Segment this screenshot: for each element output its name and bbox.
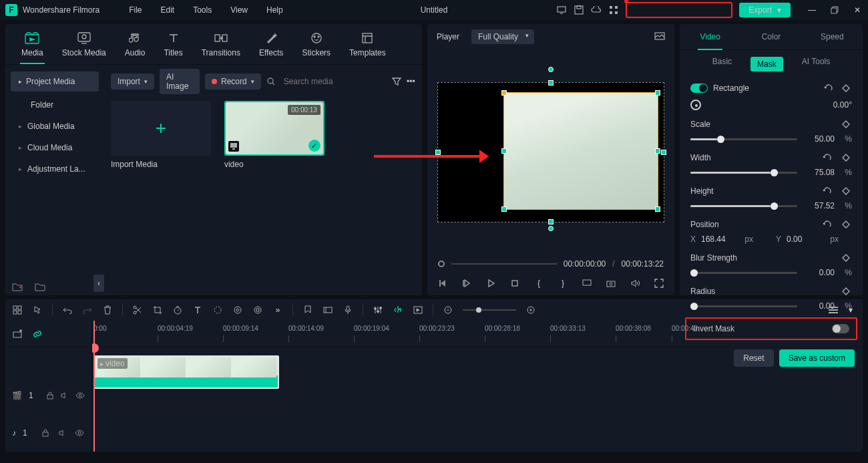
snapshot-icon[interactable] — [654, 31, 665, 42]
sidebar-adjustment-layer[interactable]: ▸Adjustment La... — [5, 158, 104, 180]
scale-slider[interactable] — [690, 138, 797, 140]
new-folder-icon[interactable] — [12, 281, 23, 292]
pointer-icon[interactable] — [32, 305, 43, 315]
mask-region[interactable] — [503, 92, 658, 210]
video-clip[interactable]: ▸ video — [93, 355, 279, 389]
cloud-icon[interactable] — [591, 5, 602, 15]
resize-handle[interactable] — [501, 206, 507, 212]
reset-icon[interactable] — [821, 152, 833, 164]
playhead-handle[interactable] — [438, 261, 445, 267]
text-icon[interactable] — [192, 305, 203, 315]
redo-icon[interactable] — [82, 305, 93, 315]
volume-icon[interactable] — [630, 278, 640, 289]
mute-icon[interactable] — [57, 428, 67, 438]
timeline-ruler[interactable]: 0:00 00:00:04:19 00:00:09:14 00:00:14:09… — [92, 321, 863, 347]
filter-icon[interactable] — [392, 76, 401, 87]
menu-view[interactable]: View — [221, 5, 257, 15]
track-icon[interactable] — [322, 305, 333, 315]
marker-icon[interactable] — [302, 305, 313, 315]
keyframe-icon[interactable] — [840, 185, 852, 197]
undo-icon[interactable] — [62, 305, 73, 315]
bottom-handle[interactable] — [548, 226, 554, 231]
settings-icon[interactable]: ▾ — [845, 305, 856, 315]
tab-titles[interactable]: Titles — [154, 28, 192, 60]
menu-help[interactable]: Help — [257, 5, 292, 15]
search-input[interactable] — [281, 74, 387, 89]
zoom-out-icon[interactable] — [443, 305, 453, 315]
tab-speed[interactable]: Speed — [802, 24, 863, 49]
list-view-icon[interactable] — [828, 305, 839, 315]
prev-frame-icon[interactable] — [437, 278, 448, 289]
tab-stock-media[interactable]: Stock Media — [53, 28, 116, 60]
tab-stickers[interactable]: Stickers — [292, 28, 340, 60]
quality-select[interactable]: Full Quality — [471, 29, 534, 44]
height-slider[interactable] — [690, 205, 797, 207]
keyframe-icon[interactable] — [840, 152, 852, 164]
crop-icon[interactable] — [152, 305, 163, 315]
eye-icon[interactable] — [75, 428, 85, 438]
delete-icon[interactable] — [102, 305, 113, 315]
mixer-icon[interactable] — [373, 305, 383, 315]
reset-icon[interactable] — [821, 185, 833, 197]
resize-handle[interactable] — [501, 148, 507, 154]
tab-audio[interactable]: Audio — [116, 28, 155, 60]
tab-video[interactable]: Video — [680, 24, 740, 49]
mark-out-icon[interactable]: } — [558, 278, 568, 289]
stop-icon[interactable] — [509, 278, 520, 289]
width-value[interactable]: 75.08 — [804, 168, 835, 177]
link-icon[interactable] — [32, 329, 43, 339]
grid-icon[interactable] — [608, 5, 619, 15]
folder-icon[interactable] — [35, 281, 45, 292]
lock-icon[interactable] — [47, 390, 54, 401]
fullscreen-icon[interactable] — [654, 278, 664, 289]
menu-tools[interactable]: Tools — [184, 5, 221, 15]
keyframe-icon[interactable] — [840, 218, 852, 230]
video-clip-card[interactable]: 00:00:13 ✓ video — [224, 101, 324, 169]
timeline-tracks[interactable]: 0:00 00:00:04:19 00:00:09:14 00:00:14:09… — [92, 321, 863, 452]
import-button[interactable]: Import▾ — [111, 73, 154, 90]
speed-tool-icon[interactable] — [172, 305, 183, 315]
playhead[interactable] — [93, 321, 95, 452]
adjust-icon[interactable] — [252, 305, 263, 315]
preview-canvas[interactable] — [437, 82, 664, 222]
keyframe-icon[interactable] — [840, 82, 852, 94]
add-track-icon[interactable] — [12, 329, 23, 339]
mask-enable-toggle[interactable] — [690, 84, 708, 93]
tab-color[interactable]: Color — [740, 24, 801, 49]
export-button[interactable]: Export▾ — [739, 3, 791, 17]
blur-slider[interactable] — [690, 272, 797, 274]
close-icon[interactable]: ✕ — [852, 5, 863, 15]
color-wheel-icon[interactable] — [232, 305, 243, 315]
tab-transitions[interactable]: Transitions — [192, 28, 250, 60]
dash-handle[interactable] — [435, 150, 441, 155]
more-icon[interactable]: ••• — [407, 76, 415, 87]
menu-file[interactable]: File — [120, 5, 151, 15]
rotate-dial[interactable] — [690, 100, 701, 110]
collapse-sidebar-button[interactable]: ‹ — [93, 275, 104, 292]
more-tools-icon[interactable]: » — [272, 305, 283, 315]
reset-icon[interactable] — [821, 218, 833, 230]
display-icon[interactable] — [582, 278, 592, 289]
rotate-value[interactable]: 0.00° — [812, 100, 852, 110]
zoom-slider[interactable] — [463, 309, 516, 311]
radius-slider[interactable] — [690, 305, 797, 307]
y-value[interactable]: 0.00 — [787, 235, 823, 244]
dash-handle[interactable] — [548, 80, 554, 86]
ai-image-button[interactable]: AI Image — [160, 69, 200, 94]
camera-icon[interactable] — [606, 278, 616, 289]
resize-handle[interactable] — [655, 148, 660, 154]
mute-icon[interactable] — [61, 390, 69, 401]
maximize-icon[interactable] — [829, 5, 840, 15]
subtab-mask[interactable]: Mask — [750, 57, 783, 71]
rotate-handle[interactable] — [548, 67, 554, 72]
play-icon[interactable] — [485, 278, 496, 289]
play-back-icon[interactable] — [461, 278, 472, 289]
project-media-button[interactable]: ▸Project Media — [11, 71, 99, 92]
zoom-in-icon[interactable] — [525, 305, 536, 315]
blur-value[interactable]: 0.00 — [804, 268, 835, 277]
video-track-header[interactable]: 🎬1 — [5, 377, 91, 414]
dash-handle[interactable] — [548, 219, 554, 224]
audio-track-header[interactable]: ♪1 — [5, 414, 91, 452]
tab-media[interactable]: Media — [12, 28, 53, 60]
save-icon[interactable] — [574, 5, 584, 15]
